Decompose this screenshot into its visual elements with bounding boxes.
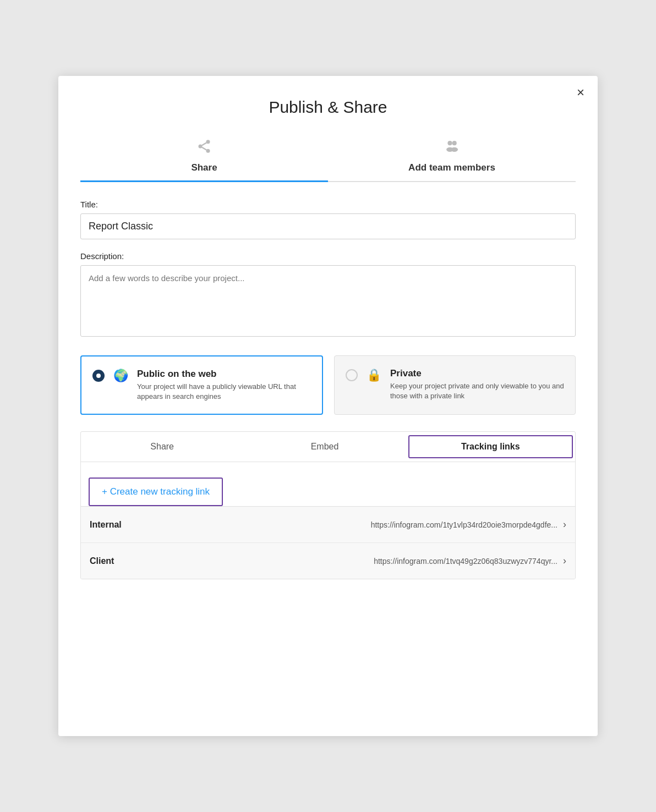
tab-share[interactable]: Share	[80, 139, 328, 181]
svg-point-1	[199, 145, 203, 149]
tab-add-team-label: Add team members	[408, 162, 495, 173]
tracking-item-name-client: Client	[90, 556, 145, 566]
sub-tabs: Share Embed Tracking links	[81, 432, 575, 462]
tracking-url-row-internal: https://infogram.com/1ty1vlp34rd20oie3mo…	[371, 519, 566, 530]
svg-point-8	[451, 147, 458, 152]
private-title: Private	[390, 368, 564, 379]
sub-tab-embed[interactable]: Embed	[243, 432, 406, 462]
chevron-right-icon: ›	[563, 555, 566, 567]
svg-line-3	[202, 147, 206, 150]
publish-share-modal: × Publish & Share Share	[58, 76, 598, 736]
description-textarea[interactable]	[80, 265, 576, 337]
tracking-item-name-internal: Internal	[90, 520, 145, 530]
svg-line-4	[202, 143, 206, 146]
share-icon	[196, 139, 212, 158]
title-label: Title:	[80, 200, 576, 209]
visibility-options: 🌍 Public on the web Your project will ha…	[80, 355, 576, 415]
list-item[interactable]: Client https://infogram.com/1tvq49g2z06q…	[81, 543, 575, 579]
main-tabs: Share Add team members	[80, 139, 576, 182]
description-field-group: Description:	[80, 251, 576, 339]
chevron-right-icon: ›	[563, 519, 566, 530]
svg-point-6	[452, 141, 457, 145]
tracking-url-row-client: https://infogram.com/1tvq49g2z06q83uzwyz…	[374, 555, 566, 567]
title-field-group: Title:	[80, 200, 576, 251]
visibility-public-card[interactable]: 🌍 Public on the web Your project will ha…	[80, 355, 323, 415]
svg-point-0	[206, 140, 210, 144]
radio-public[interactable]	[92, 370, 105, 382]
create-tracking-link-button[interactable]: + Create new tracking link	[89, 478, 223, 506]
svg-point-5	[447, 141, 452, 145]
sub-tab-share[interactable]: Share	[81, 432, 243, 462]
sub-section: Share Embed Tracking links + Create new …	[80, 431, 576, 579]
create-link-wrapper: + Create new tracking link	[81, 462, 575, 507]
public-icon: 🌍	[113, 369, 128, 383]
tab-add-team[interactable]: Add team members	[328, 139, 576, 181]
list-item[interactable]: Internal https://infogram.com/1ty1vlp34r…	[81, 507, 575, 543]
close-button[interactable]: ×	[577, 86, 584, 99]
description-label: Description:	[80, 251, 576, 261]
tracking-list: Internal https://infogram.com/1ty1vlp34r…	[81, 507, 575, 579]
visibility-private-card[interactable]: 🔒 Private Keep your project private and …	[334, 355, 576, 415]
title-input[interactable]	[80, 213, 576, 239]
public-desc: Your project will have a publicly viewab…	[137, 382, 311, 402]
people-icon	[444, 139, 460, 158]
public-title: Public on the web	[137, 369, 311, 380]
tracking-url-client: https://infogram.com/1tvq49g2z06q83uzwyz…	[374, 557, 557, 566]
svg-point-2	[206, 149, 210, 153]
lock-icon: 🔒	[367, 368, 381, 382]
modal-title: Publish & Share	[80, 98, 576, 117]
radio-private[interactable]	[346, 369, 358, 381]
sub-tab-tracking[interactable]: Tracking links	[408, 435, 573, 458]
tab-share-label: Share	[191, 162, 217, 173]
tracking-url-internal: https://infogram.com/1ty1vlp34rd20oie3mo…	[371, 520, 557, 529]
private-desc: Keep your project private and only viewa…	[390, 381, 564, 401]
